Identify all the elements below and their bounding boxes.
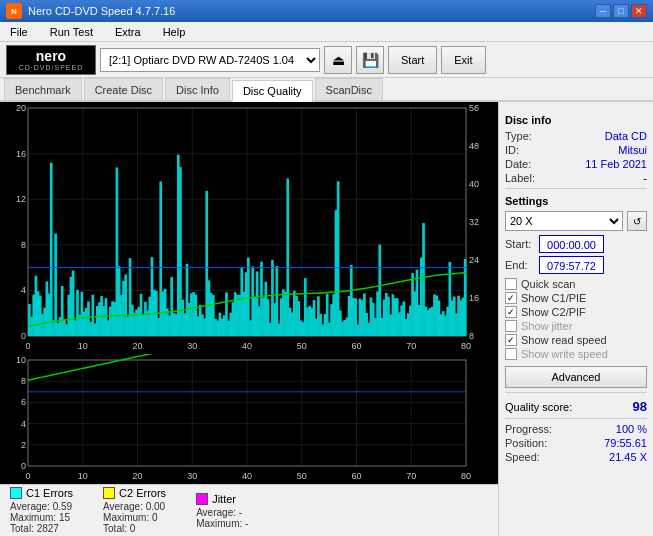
speed-value: 21.45 X (609, 451, 647, 463)
legend-jitter-maximum: Maximum: - (196, 518, 248, 529)
chart-top (0, 102, 498, 354)
legend-c2-average: Average: 0.00 (103, 501, 166, 512)
legend-jitter-average: Average: - (196, 507, 248, 518)
cb-show-write-speed-box (505, 348, 517, 360)
maximize-button[interactable]: □ (613, 4, 629, 18)
tab-bar: Benchmark Create Disc Disc Info Disc Qua… (0, 78, 653, 102)
tab-disc-quality[interactable]: Disc Quality (232, 80, 313, 102)
disc-label-value: - (643, 172, 647, 184)
legend-c1-total: Total: 2827 (10, 523, 73, 534)
legend-c1-average: Average: 0.59 (10, 501, 73, 512)
divider-1 (505, 188, 647, 189)
cb-show-c1pie-label: Show C1/PIE (521, 292, 586, 304)
legend-c1-name: C1 Errors (26, 487, 73, 499)
quality-score-row: Quality score: 98 (505, 399, 647, 414)
cb-quick-scan-box[interactable] (505, 278, 517, 290)
title-bar: N Nero CD-DVD Speed 4.7.7.16 ─ □ ✕ (0, 0, 653, 22)
cb-show-write-speed-label: Show write speed (521, 348, 608, 360)
chart-bottom (0, 354, 498, 484)
progress-value: 100 % (616, 423, 647, 435)
legend-c2-name: C2 Errors (119, 487, 166, 499)
menu-file[interactable]: File (4, 24, 34, 40)
cb-show-read-speed-label: Show read speed (521, 334, 607, 346)
disc-label-row: Label: - (505, 172, 647, 184)
right-panel: Disc info Type: Data CD ID: Mitsui Date:… (498, 102, 653, 536)
refresh-button[interactable]: ↺ (627, 211, 647, 231)
menu-extra[interactable]: Extra (109, 24, 147, 40)
speed-selector[interactable]: 20 X (505, 211, 623, 231)
cb-show-jitter-label: Show jitter (521, 320, 572, 332)
start-label: Start: (505, 238, 535, 250)
minimize-button[interactable]: ─ (595, 4, 611, 18)
disc-date-label: Date: (505, 158, 531, 170)
cb-show-jitter: Show jitter (505, 320, 647, 332)
legend-c1-maximum: Maximum: 15 (10, 512, 73, 523)
settings-title: Settings (505, 195, 647, 207)
bottom-chart-canvas (0, 354, 498, 484)
legend-c2: C2 Errors Average: 0.00 Maximum: 0 Total… (103, 487, 166, 534)
disc-id-value: Mitsui (618, 144, 647, 156)
cb-show-jitter-box (505, 320, 517, 332)
divider-2 (505, 392, 647, 393)
progress-row: Progress: 100 % (505, 423, 647, 435)
cb-show-read-speed[interactable]: ✓ Show read speed (505, 334, 647, 346)
menu-bar: File Run Test Extra Help (0, 22, 653, 42)
cb-quick-scan-label: Quick scan (521, 278, 575, 290)
disc-info-title: Disc info (505, 114, 647, 126)
disc-type-row: Type: Data CD (505, 130, 647, 142)
legend-c2-maximum: Maximum: 0 (103, 512, 166, 523)
speed-label: Speed: (505, 451, 540, 463)
cb-quick-scan[interactable]: Quick scan (505, 278, 647, 290)
window-controls[interactable]: ─ □ ✕ (595, 4, 647, 18)
position-value: 79:55.61 (604, 437, 647, 449)
tab-benchmark[interactable]: Benchmark (4, 78, 82, 100)
window-title: Nero CD-DVD Speed 4.7.7.16 (28, 5, 175, 17)
disc-type-value: Data CD (605, 130, 647, 142)
progress-label: Progress: (505, 423, 552, 435)
cb-show-c1pie[interactable]: ✓ Show C1/PIE (505, 292, 647, 304)
toolbar: nero CD·DVD/SPEED [2:1] Optiarc DVD RW A… (0, 42, 653, 78)
disc-id-label: ID: (505, 144, 519, 156)
end-value[interactable]: 079:57.72 (539, 256, 604, 274)
main-content: C1 Errors Average: 0.59 Maximum: 15 Tota… (0, 102, 653, 536)
checkboxes-area: Quick scan ✓ Show C1/PIE ✓ Show C2/PIF S… (505, 278, 647, 360)
legend-c1: C1 Errors Average: 0.59 Maximum: 15 Tota… (10, 487, 73, 534)
app-icon: N (6, 3, 22, 19)
cb-show-c2pif[interactable]: ✓ Show C2/PIF (505, 306, 647, 318)
logo-sub: CD·DVD/SPEED (19, 64, 84, 71)
disc-date-row: Date: 11 Feb 2021 (505, 158, 647, 170)
menu-run-test[interactable]: Run Test (44, 24, 99, 40)
speed-row: Speed: 21.45 X (505, 451, 647, 463)
cb-show-read-speed-box[interactable]: ✓ (505, 334, 517, 346)
speed-settings-row: 20 X ↺ (505, 211, 647, 231)
title-bar-left: N Nero CD-DVD Speed 4.7.7.16 (6, 3, 175, 19)
drive-icon-button[interactable]: ⏏ (324, 46, 352, 74)
disc-type-label: Type: (505, 130, 532, 142)
menu-help[interactable]: Help (157, 24, 192, 40)
top-chart-canvas (0, 102, 498, 354)
disc-date-value: 11 Feb 2021 (585, 158, 647, 170)
start-button[interactable]: Start (388, 46, 437, 74)
tab-disc-info[interactable]: Disc Info (165, 78, 230, 100)
legend-c1-color (10, 487, 22, 499)
cb-show-c1pie-box[interactable]: ✓ (505, 292, 517, 304)
advanced-button[interactable]: Advanced (505, 366, 647, 388)
close-button[interactable]: ✕ (631, 4, 647, 18)
legend-area: C1 Errors Average: 0.59 Maximum: 15 Tota… (0, 484, 498, 536)
app-logo: nero CD·DVD/SPEED (6, 45, 96, 75)
divider-3 (505, 418, 647, 419)
tab-scan-disc[interactable]: ScanDisc (315, 78, 383, 100)
tab-create-disc[interactable]: Create Disc (84, 78, 163, 100)
legend-jitter-color (196, 493, 208, 505)
position-row: Position: 79:55.61 (505, 437, 647, 449)
legend-c2-color (103, 487, 115, 499)
save-button[interactable]: 💾 (356, 46, 384, 74)
logo-nero: nero (36, 48, 66, 64)
drive-selector[interactable]: [2:1] Optiarc DVD RW AD-7240S 1.04 (100, 48, 320, 72)
start-value[interactable]: 000:00.00 (539, 235, 604, 253)
exit-button[interactable]: Exit (441, 46, 485, 74)
disc-label-label: Label: (505, 172, 535, 184)
cb-show-write-speed: Show write speed (505, 348, 647, 360)
cb-show-c2pif-box[interactable]: ✓ (505, 306, 517, 318)
quality-score-value: 98 (633, 399, 647, 414)
